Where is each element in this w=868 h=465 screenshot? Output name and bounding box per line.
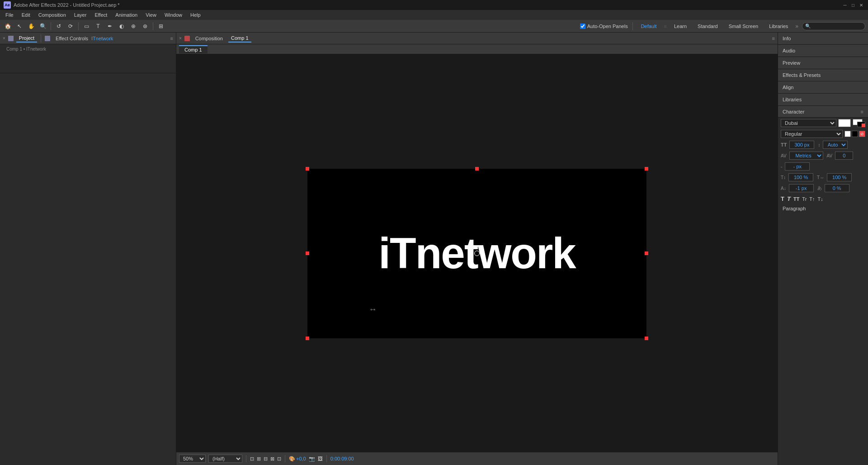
- workspace-smallscreen[interactable]: Small Screen: [725, 23, 762, 30]
- handle-tm[interactable]: [475, 167, 479, 171]
- menu-file[interactable]: File: [2, 11, 17, 19]
- kerning-row: AV Metrics Optical 0 AV: [778, 150, 868, 161]
- fit-to-view[interactable]: ⊡: [250, 456, 254, 462]
- smallcaps-btn[interactable]: Tr: [802, 196, 807, 202]
- puppet-tool[interactable]: ⊛: [140, 21, 150, 31]
- rect-tool[interactable]: ▭: [81, 21, 91, 31]
- zoom-select[interactable]: 50% 100% 25%: [179, 455, 206, 463]
- leading-input[interactable]: [785, 162, 810, 171]
- handle-br[interactable]: [645, 337, 648, 340]
- select-tool[interactable]: ↖: [14, 21, 24, 31]
- super-btn[interactable]: T↑: [809, 196, 815, 202]
- effect-controls-tab[interactable]: Effect Controls ITnetwork: [53, 35, 116, 42]
- bold-btn[interactable]: T: [781, 195, 784, 202]
- italic-btn[interactable]: T: [787, 195, 791, 202]
- tsume-input[interactable]: [825, 184, 849, 192]
- quality-select[interactable]: (Half) (Full) (Quarter): [208, 455, 242, 463]
- comp-close[interactable]: ×: [179, 36, 182, 41]
- auto-open-panels[interactable]: Auto-Open Panels: [580, 24, 628, 29]
- comp-panel-menu[interactable]: ≡: [772, 36, 775, 41]
- libraries-header[interactable]: Libraries: [778, 94, 868, 105]
- maximize-btn[interactable]: □: [850, 2, 856, 8]
- home-tool[interactable]: 🏠: [3, 21, 13, 31]
- tracking-icon: AV: [827, 153, 833, 158]
- color-info[interactable]: 🎨 +0,0: [289, 456, 306, 462]
- sub-btn[interactable]: T↓: [818, 196, 823, 202]
- libraries-section: Libraries: [778, 94, 868, 106]
- workspace-learn[interactable]: Learn: [670, 23, 690, 30]
- menu-effect[interactable]: Effect: [91, 11, 111, 19]
- grid[interactable]: ⊟: [264, 456, 268, 462]
- handle-tl[interactable]: [306, 167, 309, 171]
- hscale-input[interactable]: [827, 173, 852, 181]
- handle-tr[interactable]: [645, 167, 648, 171]
- stroke-color-swatch[interactable]: [853, 119, 865, 127]
- handle-bl[interactable]: [306, 337, 309, 340]
- character-menu[interactable]: ≡: [861, 109, 863, 114]
- tracking-input[interactable]: [835, 152, 853, 160]
- handle-ml[interactable]: [306, 251, 309, 255]
- character-panel: Character ≡ Dubai Regular Bold: [778, 106, 868, 465]
- preview-section: Preview: [778, 57, 868, 69]
- vscale-icon: T↕: [781, 175, 786, 180]
- camera-orbit[interactable]: ⟳: [66, 21, 75, 31]
- hand-tool[interactable]: ✋: [26, 21, 36, 31]
- menubar: File Edit Composition Layer Effect Anima…: [0, 10, 868, 20]
- fill-tool[interactable]: ◐: [117, 21, 127, 31]
- workspace-libraries[interactable]: Libraries: [765, 23, 792, 30]
- leading-icon: ↕: [818, 142, 820, 147]
- audio-header[interactable]: Audio: [778, 45, 868, 57]
- snapshot[interactable]: 📷: [309, 456, 315, 462]
- stamp-tool[interactable]: ⊕: [128, 21, 138, 31]
- color-swatches: ⊘: [844, 131, 865, 137]
- rotate-tool[interactable]: ↺: [54, 21, 64, 31]
- workspace-standard[interactable]: Standard: [694, 23, 722, 30]
- guides[interactable]: ⊡: [277, 456, 281, 462]
- menu-edit[interactable]: Edit: [18, 11, 34, 19]
- kerning-select[interactable]: Metrics Optical 0: [789, 152, 823, 160]
- project-tab[interactable]: Project: [16, 34, 37, 43]
- vscale-input[interactable]: [788, 173, 813, 181]
- comp1-tab[interactable]: Comp 1: [228, 34, 251, 43]
- pen-tool[interactable]: ✒: [105, 21, 115, 31]
- leading-select[interactable]: Auto: [823, 141, 848, 149]
- preview-header[interactable]: Preview: [778, 57, 868, 69]
- text-color-swatch[interactable]: [838, 119, 851, 127]
- effects-presets-header[interactable]: Effects & Presets: [778, 69, 868, 81]
- zoom-tool[interactable]: 🔍: [38, 21, 48, 31]
- global-search[interactable]: 🔍: [802, 22, 865, 30]
- comp-controls: 50% 100% 25% (Half) (Full) (Quarter) ⊡ ⊞…: [176, 452, 778, 465]
- text-tool[interactable]: T: [93, 21, 103, 31]
- comp1-viewer-tab[interactable]: Comp 1: [179, 45, 208, 53]
- bg-color[interactable]: [852, 131, 858, 137]
- rulers[interactable]: ⊠: [270, 456, 274, 462]
- font-size-input[interactable]: [789, 141, 814, 149]
- comp-header: × Composition Comp 1 ≡: [176, 33, 778, 44]
- app-title: Adobe After Effects 2022 - Untitled Proj…: [14, 2, 120, 8]
- handle-mr[interactable]: [645, 251, 648, 255]
- menu-help[interactable]: Help: [187, 11, 204, 19]
- minimize-btn[interactable]: ─: [842, 2, 848, 8]
- menu-window[interactable]: Window: [161, 11, 186, 19]
- no-color[interactable]: ⊘: [859, 131, 865, 137]
- menu-composition[interactable]: Composition: [35, 11, 70, 19]
- safe-zones[interactable]: ⊞: [257, 456, 261, 462]
- close-btn[interactable]: ✕: [858, 2, 864, 8]
- workspace-default[interactable]: Default: [637, 23, 660, 30]
- toolbar: 🏠 ↖ ✋ 🔍 ↺ ⟳ ▭ T ✒ ◐ ⊕ ⊛ ⊞ Auto-Open Pane…: [0, 20, 868, 33]
- titlebar-controls[interactable]: ─ □ ✕: [842, 2, 864, 8]
- menu-view[interactable]: View: [142, 11, 160, 19]
- align-header[interactable]: Align: [778, 81, 868, 93]
- comp-mini[interactable]: ⊞: [156, 21, 166, 31]
- baseline-input[interactable]: [789, 184, 814, 192]
- font-style-select[interactable]: Regular Bold Italic: [781, 130, 843, 138]
- fg-color[interactable]: [844, 131, 851, 137]
- info-header[interactable]: Info: [778, 33, 868, 44]
- menu-layer[interactable]: Layer: [71, 11, 90, 19]
- show-snapshot[interactable]: 🖼: [318, 456, 323, 461]
- left-panel-menu[interactable]: ≡: [170, 36, 173, 41]
- font-family-select[interactable]: Dubai: [781, 119, 836, 127]
- menu-animation[interactable]: Animation: [112, 11, 141, 19]
- allcaps-btn[interactable]: TT: [793, 196, 799, 202]
- project-close[interactable]: ×: [3, 36, 5, 41]
